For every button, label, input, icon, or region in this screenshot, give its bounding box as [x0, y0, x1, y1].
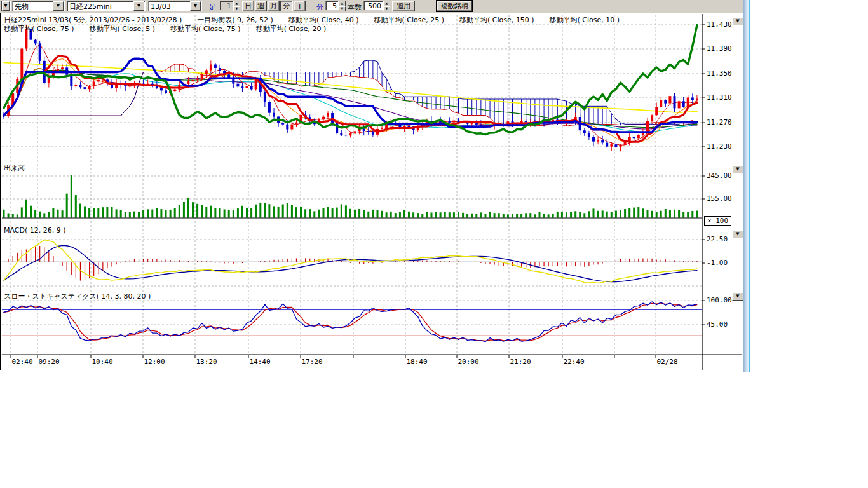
- stochastics-axis-label: 100.00: [707, 296, 732, 304]
- time-axis-label: 22:40: [560, 358, 588, 366]
- contract-month-combobox[interactable]: 13/03 ▼: [148, 1, 202, 11]
- spin-down-icon[interactable]: ▼: [339, 6, 346, 12]
- period-minute-button[interactable]: 分: [280, 1, 293, 11]
- spin-down-icon[interactable]: ▼: [233, 6, 240, 12]
- indicator-caption: 日経225mini 13/03( 5分, 2013/02/26 - 2013/0…: [4, 15, 182, 25]
- price-axis-label: 11,350: [707, 69, 732, 78]
- time-axis-label: 13:20: [193, 358, 220, 366]
- chevron-down-icon[interactable]: ▼: [2, 1, 10, 11]
- macd-axis-label: 22.50: [707, 235, 728, 243]
- period-month-button[interactable]: 月: [268, 1, 280, 11]
- minutes-value[interactable]: 5: [325, 1, 339, 10]
- spin-up-icon[interactable]: ▲: [339, 1, 346, 6]
- mini-combobox[interactable]: ▼: [1, 1, 11, 11]
- toolbar: ▼ 先物 ▼ 日経225mini ▼ 13/03 ▼ 足 1 ▲▼ 日 週 月 …: [0, 0, 743, 13]
- symbol-combobox[interactable]: 日経225mini ▼: [67, 1, 146, 11]
- spinner-arrows[interactable]: ▲▼: [339, 1, 346, 11]
- time-axis-label: 21:20: [506, 358, 534, 366]
- chevron-down-icon[interactable]: ▼: [190, 1, 201, 11]
- period-week-button[interactable]: 週: [255, 1, 267, 11]
- indicator-caption: 移動平均( Close, 75 ): [170, 24, 241, 34]
- scrollbar-edge: [749, 0, 750, 372]
- category-combobox[interactable]: 先物 ▼: [12, 1, 65, 11]
- time-axis-label: 10:40: [88, 358, 116, 366]
- multi-symbol-button[interactable]: 複数銘柄: [437, 1, 472, 11]
- spin-up-icon[interactable]: ▲: [233, 1, 240, 6]
- indicator-caption: 一目均衡表( 9, 26, 52 ): [197, 15, 273, 25]
- indicator-caption: 移動平均( Close, 20 ): [256, 24, 327, 34]
- price-axis-label: 11,390: [707, 44, 732, 53]
- spin-down-icon[interactable]: ▼: [383, 6, 390, 12]
- indicator-caption: 移動平均( Close, 25 ): [374, 15, 444, 25]
- minutes-label: 分: [316, 3, 323, 12]
- bars-count-stepper[interactable]: 500 ▲▼: [363, 1, 390, 11]
- price-axis-label: 11,310: [707, 93, 732, 102]
- price-axis-label: 11,270: [707, 118, 732, 126]
- chart-application-window: ▼ 先物 ▼ 日経225mini ▼ 13/03 ▼ 足 1 ▲▼ 日 週 月 …: [0, 0, 868, 488]
- macd-axis-label: -1.00: [707, 259, 728, 267]
- indicator-caption: 移動平均( Close, 75 ): [4, 24, 74, 34]
- stochastics-axis-label: 45.00: [707, 320, 728, 329]
- spinner-arrows[interactable]: ▲▼: [383, 1, 390, 11]
- price-axis-dropdown-button[interactable]: ▼: [732, 17, 743, 25]
- time-axis-label: 12:00: [140, 358, 168, 366]
- stochastics-axis-dropdown-button[interactable]: ▼: [732, 292, 743, 301]
- bars-count-label: 本数: [348, 3, 362, 12]
- stochastics-panel-label: スロー・ストキャスティクス( 14, 3, 80, 20 ): [4, 292, 151, 301]
- indicator-caption: 移動平均( Close, 10 ): [550, 15, 620, 25]
- ashi-interval-stepper[interactable]: 1 ▲▼: [220, 1, 240, 11]
- contract-month-value: 13/03: [149, 2, 189, 11]
- period-tick-button[interactable]: T: [294, 1, 306, 11]
- macd-panel-label: MACD( 12, 26, 9 ): [4, 226, 66, 234]
- volume-panel-label: 出来高: [4, 163, 25, 173]
- chevron-down-icon[interactable]: ▼: [53, 1, 64, 11]
- vertical-scrollbar[interactable]: [743, 0, 749, 372]
- volume-multiplier-box: × 100: [704, 216, 731, 226]
- time-axis-label: 20:00: [454, 358, 482, 366]
- chevron-down-icon: ▼: [736, 167, 739, 172]
- price-axis-label: 11,230: [707, 142, 732, 151]
- time-axis-label: 02/28: [653, 358, 681, 366]
- spinner-arrows[interactable]: ▲▼: [233, 1, 240, 11]
- chevron-down-icon: ▼: [736, 294, 739, 299]
- time-axis-label: 02:40: [8, 358, 36, 366]
- price-axis-label: 11,430: [707, 20, 732, 29]
- indicator-caption: 移動平均( Close, 40 ): [288, 15, 359, 25]
- ashi-interval-value[interactable]: 1: [220, 1, 233, 10]
- chevron-down-icon: ▼: [736, 19, 739, 24]
- symbol-value: 日経225mini: [67, 1, 133, 11]
- spin-up-icon[interactable]: ▲: [383, 1, 390, 6]
- time-axis-label: 09:20: [35, 358, 63, 366]
- chevron-down-icon: ▼: [736, 232, 739, 236]
- bars-count-value[interactable]: 500: [363, 1, 383, 10]
- category-value: 先物: [13, 1, 52, 11]
- chart-info-line-2: 移動平均( Close, 75 )移動平均( Close, 5 )移動平均( C…: [4, 24, 326, 34]
- apply-button[interactable]: 適用: [392, 1, 415, 11]
- chart-info-line-1: 日経225mini 13/03( 5分, 2013/02/26 - 2013/0…: [4, 15, 620, 25]
- time-axis-label: 14:40: [246, 358, 274, 366]
- volume-axis-label: 155.00: [707, 194, 732, 203]
- time-axis-label: 18:40: [403, 358, 431, 366]
- indicator-caption: 移動平均( Close, 5 ): [90, 24, 156, 34]
- macd-axis-dropdown-button[interactable]: ▼: [732, 230, 743, 238]
- price-chart-canvas: [0, 0, 743, 372]
- volume-axis-dropdown-button[interactable]: ▼: [732, 165, 743, 173]
- indicator-caption: 移動平均( Close, 150 ): [459, 15, 534, 25]
- time-axis-label: 17:20: [298, 358, 326, 366]
- period-day-button[interactable]: 日: [242, 1, 254, 11]
- minutes-stepper[interactable]: 5 ▲▼: [325, 1, 346, 11]
- ashi-label: 足: [209, 3, 216, 12]
- chevron-down-icon[interactable]: ▼: [133, 1, 144, 11]
- volume-axis-label: 345.00: [707, 172, 732, 180]
